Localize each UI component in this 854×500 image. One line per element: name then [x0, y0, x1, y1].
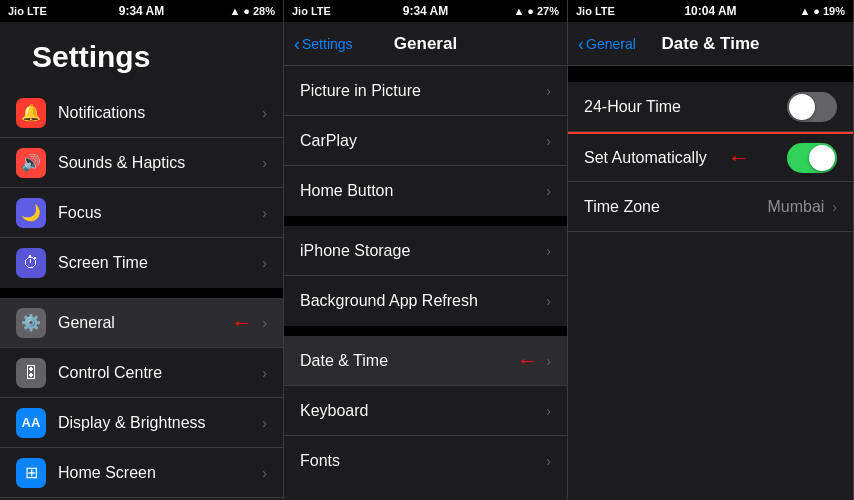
panel-settings: Jio LTE 9:34 AM ▲ ● 28% Settings 🔔 Notif… [0, 0, 284, 500]
wifi-icon-3: ● [813, 5, 820, 17]
group-pip: Picture in Picture › CarPlay › Home Butt… [284, 66, 567, 216]
status-bar-3: Jio LTE 10:04 AM ▲ ● 19% [568, 0, 853, 22]
item-homebutton[interactable]: Home Button › [284, 166, 567, 216]
item-pip[interactable]: Picture in Picture › [284, 66, 567, 116]
battery-1: 28% [253, 5, 275, 17]
item-backgroundrefresh[interactable]: Background App Refresh › [284, 276, 567, 326]
nav-header-2: ‹ Settings General [284, 22, 567, 66]
sounds-label: Sounds & Haptics [58, 154, 262, 172]
chevron-pip: › [546, 83, 551, 99]
status-right-2: ▲ ● 27% [513, 5, 559, 17]
focus-icon: 🌙 [16, 198, 46, 228]
item-24hour[interactable]: 24-Hour Time [568, 82, 853, 132]
settings-list-1: 🔔 Notifications › 🔊 Sounds & Haptics › 🌙… [0, 88, 283, 500]
controlcentre-label: Control Centre [58, 364, 262, 382]
general-label: General [58, 314, 262, 332]
group-2: ⚙️ General › ← 🎛 Control Centre › AA Dis… [0, 298, 283, 500]
back-button-2[interactable]: ‹ Settings [294, 35, 353, 53]
item-setauto[interactable]: Set Automatically ← [568, 132, 853, 182]
item-datetime[interactable]: Date & Time › ← [284, 336, 567, 386]
section-gap-2 [284, 216, 567, 226]
24hour-label: 24-Hour Time [584, 98, 787, 116]
iphonestorage-label: iPhone Storage [300, 242, 546, 260]
notifications-icon: 🔔 [16, 98, 46, 128]
back-label-3: General [586, 36, 636, 52]
chevron-homebutton: › [546, 183, 551, 199]
battery-3: 19% [823, 5, 845, 17]
status-bar-2: Jio LTE 9:34 AM ▲ ● 27% [284, 0, 567, 22]
carplay-label: CarPlay [300, 132, 546, 150]
item-carplay[interactable]: CarPlay › [284, 116, 567, 166]
item-display[interactable]: AA Display & Brightness › [0, 398, 283, 448]
time-1: 9:34 AM [119, 4, 165, 18]
homescreen-icon: ⊞ [16, 458, 46, 488]
wifi-icon: ● [243, 5, 250, 17]
homescreen-label: Home Screen [58, 464, 262, 482]
toggle-24hour[interactable] [787, 92, 837, 122]
section-gap-1 [0, 288, 283, 298]
back-label-2: Settings [302, 36, 353, 52]
back-button-3[interactable]: ‹ General [578, 35, 636, 53]
time-3: 10:04 AM [684, 4, 736, 18]
item-timezone[interactable]: Time Zone Mumbai › [568, 182, 853, 232]
chevron-backgroundrefresh: › [546, 293, 551, 309]
item-controlcentre[interactable]: 🎛 Control Centre › [0, 348, 283, 398]
network-1: LTE [27, 5, 47, 17]
chevron-datetime: › [546, 353, 551, 369]
signal-icon-2: ▲ [513, 5, 524, 17]
item-screentime[interactable]: ⏱ Screen Time › [0, 238, 283, 288]
panel-datetime: Jio LTE 10:04 AM ▲ ● 19% ‹ General Date … [568, 0, 854, 500]
settings-title-container: Settings [0, 22, 283, 88]
signal-icon: ▲ [229, 5, 240, 17]
controlcentre-icon: 🎛 [16, 358, 46, 388]
nav-header-3: ‹ General Date & Time [568, 22, 853, 66]
spacer-3 [568, 66, 853, 82]
pip-label: Picture in Picture [300, 82, 546, 100]
item-homescreen[interactable]: ⊞ Home Screen › [0, 448, 283, 498]
chevron-homescreen: › [262, 465, 267, 481]
carrier-3: Jio [576, 5, 592, 17]
toggle-setauto[interactable] [787, 143, 837, 173]
item-general[interactable]: ⚙️ General › ← [0, 298, 283, 348]
item-notifications[interactable]: 🔔 Notifications › [0, 88, 283, 138]
keyboard-label: Keyboard [300, 402, 546, 420]
chevron-carplay: › [546, 133, 551, 149]
item-fonts[interactable]: Fonts › [284, 436, 567, 486]
screentime-label: Screen Time [58, 254, 262, 272]
status-left-1: Jio LTE [8, 5, 47, 17]
time-2: 9:34 AM [403, 4, 449, 18]
chevron-sounds: › [262, 155, 267, 171]
item-keyboard[interactable]: Keyboard › [284, 386, 567, 436]
timezone-value: Mumbai [767, 198, 824, 216]
chevron-focus: › [262, 205, 267, 221]
timezone-label: Time Zone [584, 198, 767, 216]
settings-title: Settings [16, 32, 267, 82]
carrier-1: Jio [8, 5, 24, 17]
datetime-label: Date & Time [300, 352, 546, 370]
general-icon: ⚙️ [16, 308, 46, 338]
chevron-keyboard: › [546, 403, 551, 419]
chevron-general: › [262, 315, 267, 331]
chevron-iphonestorage: › [546, 243, 551, 259]
back-chevron-3: ‹ [578, 35, 584, 53]
general-nav-title: General [394, 34, 457, 54]
status-right-1: ▲ ● 28% [229, 5, 275, 17]
item-sounds[interactable]: 🔊 Sounds & Haptics › [0, 138, 283, 188]
status-left-2: Jio LTE [292, 5, 331, 17]
chevron-screentime: › [262, 255, 267, 271]
chevron-timezone: › [832, 199, 837, 215]
display-label: Display & Brightness [58, 414, 262, 432]
status-left-3: Jio LTE [576, 5, 615, 17]
group-datetime: Date & Time › ← Keyboard › Fonts › [284, 336, 567, 486]
item-focus[interactable]: 🌙 Focus › [0, 188, 283, 238]
section-gap-3 [284, 326, 567, 336]
backgroundrefresh-label: Background App Refresh [300, 292, 546, 310]
carrier-2: Jio [292, 5, 308, 17]
datetime-nav-title: Date & Time [662, 34, 760, 54]
focus-label: Focus [58, 204, 262, 222]
screentime-icon: ⏱ [16, 248, 46, 278]
group-storage: iPhone Storage › Background App Refresh … [284, 226, 567, 326]
item-iphonestorage[interactable]: iPhone Storage › [284, 226, 567, 276]
battery-2: 27% [537, 5, 559, 17]
chevron-controlcentre: › [262, 365, 267, 381]
